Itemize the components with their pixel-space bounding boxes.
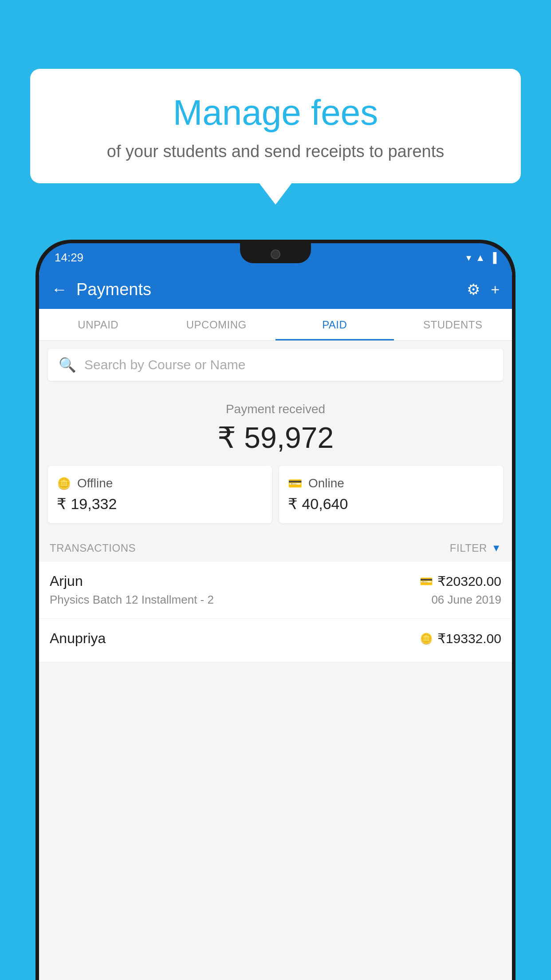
app-header: ← Payments ⚙ + bbox=[39, 270, 512, 309]
search-icon: 🔍 bbox=[59, 356, 76, 373]
tab-students[interactable]: STUDENTS bbox=[394, 309, 512, 340]
transaction-row-top: Arjun 💳 ₹20320.00 bbox=[50, 573, 501, 589]
transaction-course: Physics Batch 12 Installment - 2 bbox=[50, 593, 214, 607]
transaction-amount-wrap: 💳 ₹20320.00 bbox=[420, 573, 501, 589]
transaction-amount: ₹19332.00 bbox=[437, 631, 501, 646]
payment-total-amount: ₹ 59,972 bbox=[48, 421, 503, 455]
transaction-name: Anupriya bbox=[50, 630, 106, 647]
filter-button[interactable]: FILTER ▼ bbox=[450, 542, 501, 554]
settings-icon[interactable]: ⚙ bbox=[467, 281, 480, 298]
transaction-item[interactable]: Anupriya 🪙 ₹19332.00 bbox=[39, 619, 512, 662]
transactions-header: TRANSACTIONS FILTER ▼ bbox=[39, 532, 512, 561]
battery-icon: ▐ bbox=[489, 252, 496, 264]
status-icons: ▾ ▲ ▐ bbox=[466, 252, 496, 264]
camera bbox=[271, 249, 280, 259]
speech-bubble: Manage fees of your students and send re… bbox=[30, 69, 521, 183]
offline-payment-icon: 🪙 bbox=[420, 632, 433, 645]
transaction-row-top: Anupriya 🪙 ₹19332.00 bbox=[50, 630, 501, 647]
filter-icon: ▼ bbox=[492, 542, 501, 554]
online-label: Online bbox=[308, 476, 344, 490]
offline-icon: 🪙 bbox=[57, 477, 71, 490]
online-payment-icon: 💳 bbox=[420, 575, 433, 588]
offline-label: Offline bbox=[77, 476, 113, 490]
payment-cards: 🪙 Offline ₹ 19,332 💳 Online ₹ 40,640 bbox=[48, 466, 503, 523]
transaction-amount: ₹20320.00 bbox=[437, 573, 501, 589]
transactions-label: TRANSACTIONS bbox=[50, 542, 136, 554]
transaction-row-bottom: Physics Batch 12 Installment - 2 06 June… bbox=[50, 593, 501, 607]
offline-amount: ₹ 19,332 bbox=[57, 495, 263, 513]
online-card: 💳 Online ₹ 40,640 bbox=[279, 466, 503, 523]
online-amount: ₹ 40,640 bbox=[288, 495, 494, 513]
payment-summary: Payment received ₹ 59,972 🪙 Offline ₹ 19… bbox=[39, 389, 512, 532]
wifi-icon: ▾ bbox=[466, 252, 471, 264]
transaction-date: 06 June 2019 bbox=[431, 593, 501, 607]
transaction-item[interactable]: Arjun 💳 ₹20320.00 Physics Batch 12 Insta… bbox=[39, 561, 512, 619]
header-right: ⚙ + bbox=[467, 281, 500, 298]
bubble-subtitle: of your students and send receipts to pa… bbox=[57, 142, 494, 161]
back-button[interactable]: ← bbox=[51, 280, 67, 299]
add-icon[interactable]: + bbox=[491, 281, 500, 298]
tab-upcoming[interactable]: UPCOMING bbox=[157, 309, 276, 340]
online-icon: 💳 bbox=[288, 477, 302, 490]
search-container: 🔍 Search by Course or Name bbox=[39, 341, 512, 389]
speech-bubble-container: Manage fees of your students and send re… bbox=[30, 69, 521, 183]
online-card-header: 💳 Online bbox=[288, 476, 494, 490]
bubble-title: Manage fees bbox=[57, 93, 494, 132]
header-left: ← Payments bbox=[51, 280, 151, 299]
phone-frame: 14:29 ▾ ▲ ▐ ← Payments ⚙ + bbox=[35, 240, 516, 980]
status-time: 14:29 bbox=[55, 251, 83, 265]
tab-unpaid[interactable]: UNPAID bbox=[39, 309, 157, 340]
offline-card-header: 🪙 Offline bbox=[57, 476, 263, 490]
offline-card: 🪙 Offline ₹ 19,332 bbox=[48, 466, 272, 523]
signal-icon: ▲ bbox=[476, 252, 485, 264]
tabs: UNPAID UPCOMING PAID STUDENTS bbox=[39, 309, 512, 341]
transaction-list: Arjun 💳 ₹20320.00 Physics Batch 12 Insta… bbox=[39, 561, 512, 662]
search-bar[interactable]: 🔍 Search by Course or Name bbox=[48, 349, 503, 381]
filter-label: FILTER bbox=[450, 542, 487, 554]
search-placeholder: Search by Course or Name bbox=[84, 357, 246, 372]
transaction-name: Arjun bbox=[50, 573, 83, 589]
phone-inner: 14:29 ▾ ▲ ▐ ← Payments ⚙ + bbox=[39, 243, 512, 980]
app-screen: ← Payments ⚙ + UNPAID UPCOMING PAID bbox=[39, 270, 512, 980]
payment-received-label: Payment received bbox=[48, 402, 503, 416]
tab-paid[interactable]: PAID bbox=[276, 309, 394, 340]
header-title: Payments bbox=[76, 280, 151, 299]
transaction-amount-wrap: 🪙 ₹19332.00 bbox=[420, 631, 501, 646]
notch bbox=[240, 243, 311, 263]
